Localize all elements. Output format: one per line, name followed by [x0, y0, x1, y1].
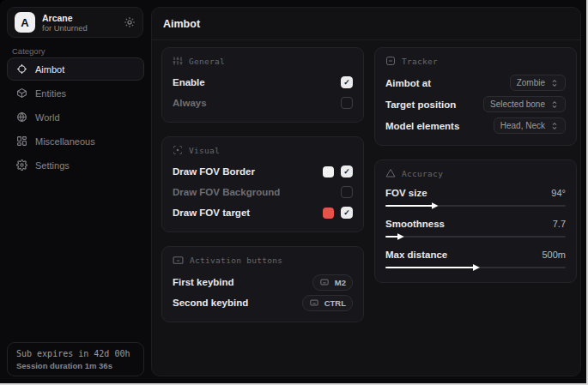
check-icon: ✓	[343, 79, 350, 87]
sidebar-item-aimbot[interactable]: Aimbot	[7, 57, 144, 81]
model-elements-label: Model elements	[385, 121, 459, 131]
app-name: Arcane	[42, 13, 124, 23]
draw-fov-target-checkbox[interactable]: ✓	[341, 207, 353, 219]
first-keybind-button[interactable]: M2	[312, 274, 353, 291]
enable-label: Enable	[173, 77, 205, 87]
slider-track	[385, 205, 566, 208]
draw-fov-border-checkbox[interactable]: ✓	[341, 165, 353, 177]
max-distance-label: Max distance	[385, 250, 447, 260]
model-elements-value: Head, Neck	[500, 121, 545, 130]
setting-row: Draw FOV Background	[173, 182, 353, 202]
setting-row: Aimbot at Zombie	[385, 72, 566, 93]
main-panel: Aimbot General Enable ✓	[151, 7, 581, 376]
always-label: Always	[173, 98, 207, 108]
slider-handle[interactable]	[397, 233, 404, 240]
accuracy-card-title: Accuracy	[402, 169, 443, 178]
setting-row: Second keybind CTRL	[173, 292, 353, 313]
accuracy-card-header: Accuracy	[385, 168, 566, 178]
setting-row: Smoothness 7.7	[385, 215, 566, 241]
activation-card-title: Activation buttons	[190, 256, 282, 265]
draw-fov-background-checkbox[interactable]	[341, 186, 353, 198]
slider-track	[385, 267, 566, 269]
frame-minus-icon	[385, 56, 396, 66]
crosshair-icon	[16, 63, 27, 75]
setting-row: Draw FOV Border ✓	[173, 161, 353, 182]
triangle-icon	[385, 168, 396, 178]
sidebar-item-label: Entities	[35, 88, 66, 99]
right-column: Tracker Aimbot at Zombie Target position	[374, 47, 577, 297]
chevrons-up-down-icon	[550, 100, 559, 109]
fov-size-slider[interactable]	[385, 202, 566, 210]
draw-fov-background-label: Draw FOV Background	[173, 187, 280, 197]
setting-row: Model elements Head, Neck	[385, 115, 566, 136]
aimbot-at-label: Aimbot at	[385, 78, 431, 88]
setting-row: Max distance 500m	[385, 246, 566, 272]
aimbot-at-select[interactable]: Zombie	[510, 75, 566, 91]
always-checkbox[interactable]	[341, 97, 353, 109]
sidebar-item-world[interactable]: World	[7, 105, 144, 129]
session-duration-text: Session duration 1m 36s	[16, 361, 135, 370]
slider-handle[interactable]	[432, 202, 439, 209]
keyboard-icon	[309, 298, 319, 307]
setting-row: First keybind M2	[173, 272, 353, 292]
gear-icon[interactable]	[124, 16, 136, 28]
first-keybind-value: M2	[335, 278, 346, 287]
accuracy-card: Accuracy FOV size 94°	[374, 159, 577, 283]
cube-icon	[16, 87, 27, 99]
sidebar-item-settings[interactable]: Settings	[7, 153, 144, 177]
model-elements-select[interactable]: Head, Neck	[494, 117, 566, 134]
focus-icon	[173, 145, 183, 155]
subscription-status-card: Sub expires in 42d 00h Session duration …	[7, 342, 144, 376]
max-distance-value: 500m	[542, 250, 566, 260]
draw-fov-border-label: Draw FOV Border	[173, 166, 255, 177]
visual-card: Visual Draw FOV Border ✓ Draw FOV Backgr…	[161, 136, 364, 232]
fov-target-color-swatch[interactable]	[323, 208, 334, 219]
globe-icon	[16, 111, 27, 123]
sliders-icon	[173, 56, 183, 66]
sidebar-item-label: Settings	[35, 160, 70, 171]
app-logo: A	[15, 12, 35, 33]
visual-card-header: Visual	[173, 145, 353, 155]
check-icon: ✓	[343, 209, 350, 217]
slider-handle[interactable]	[473, 264, 480, 271]
app-window: A Arcane for Unturned Category Aimbot	[0, 0, 588, 385]
general-card-header: General	[173, 56, 353, 66]
smoothness-slider[interactable]	[385, 232, 566, 241]
target-position-value: Selected bone	[490, 99, 545, 109]
enable-checkbox[interactable]: ✓	[341, 76, 353, 88]
sub-expiry-text: Sub expires in 42d 00h	[16, 349, 135, 358]
target-position-select[interactable]: Selected bone	[483, 96, 566, 112]
fov-size-value: 94°	[551, 188, 566, 198]
smoothness-label: Smoothness	[385, 219, 445, 229]
sidebar-item-miscellaneous[interactable]: Miscellaneous	[7, 129, 144, 153]
target-position-label: Target position	[385, 99, 456, 110]
smoothness-value: 7.7	[553, 219, 566, 229]
tracker-card-header: Tracker	[385, 56, 566, 66]
keyboard-icon	[173, 255, 184, 266]
settings-gear-icon	[16, 159, 27, 171]
sidebar: A Arcane for Unturned Category Aimbot	[0, 0, 150, 383]
fov-size-label: FOV size	[385, 188, 427, 198]
sidebar-item-label: Miscellaneous	[35, 136, 95, 147]
second-keybind-label: Second keybind	[173, 298, 248, 308]
activation-card-header: Activation buttons	[173, 255, 353, 266]
second-keybind-button[interactable]: CTRL	[302, 295, 353, 311]
fov-border-color-swatch[interactable]	[323, 166, 334, 177]
aimbot-at-value: Zombie	[517, 78, 545, 87]
slider-track	[385, 236, 566, 238]
chevrons-up-down-icon	[550, 79, 559, 87]
grid-icon	[16, 135, 27, 147]
setting-row: Enable ✓	[173, 72, 353, 93]
sidebar-item-entities[interactable]: Entities	[7, 81, 144, 105]
slider-fill	[385, 205, 433, 208]
visual-card-title: Visual	[189, 146, 220, 155]
second-keybind-value: CTRL	[324, 298, 346, 308]
app-subtitle: for Unturned	[42, 23, 124, 33]
max-distance-slider[interactable]	[385, 263, 566, 272]
first-keybind-label: First keybind	[173, 277, 234, 287]
left-column: General Enable ✓ Always	[161, 47, 364, 336]
sidebar-nav: Aimbot Entities World Miscellaneous	[7, 57, 144, 177]
activation-card: Activation buttons First keybind M2 Seco…	[161, 246, 364, 322]
chevrons-up-down-icon	[550, 122, 559, 130]
sidebar-header-card: A Arcane for Unturned	[7, 7, 143, 38]
